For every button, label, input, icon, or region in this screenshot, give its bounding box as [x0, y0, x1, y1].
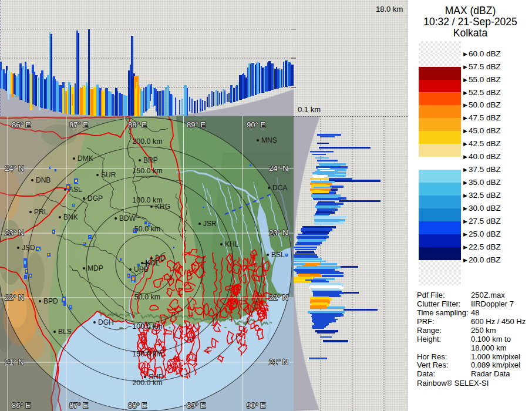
- svg-text:KRG: KRG: [155, 203, 170, 211]
- svg-text:DGP: DGP: [87, 194, 103, 203]
- svg-text:BLS: BLS: [58, 328, 72, 336]
- svg-text:86° E: 86° E: [12, 401, 31, 410]
- svg-text:100.0 km: 100.0 km: [132, 322, 162, 331]
- svg-text:MNS: MNS: [261, 136, 277, 144]
- svg-text:50.0 km: 50.0 km: [134, 225, 160, 233]
- svg-text:UPB: UPB: [134, 265, 149, 274]
- svg-text:87° E: 87° E: [69, 120, 88, 129]
- svg-text:24° N: 24° N: [5, 164, 24, 173]
- svg-text:21° N: 21° N: [5, 358, 24, 366]
- svg-text:150.0 km: 150.0 km: [132, 350, 162, 358]
- svg-text:90° E: 90° E: [247, 401, 265, 410]
- svg-text:KHL: KHL: [225, 240, 239, 248]
- svg-text:SHD: SHD: [149, 373, 164, 381]
- svg-text:PRL: PRL: [34, 208, 48, 216]
- svg-text:DGH: DGH: [98, 318, 114, 326]
- svg-text:ASL: ASL: [69, 186, 82, 194]
- svg-text:23° N: 23° N: [269, 228, 288, 237]
- svg-text:50.0 km: 50.0 km: [134, 293, 160, 301]
- svg-text:87° E: 87° E: [69, 401, 88, 410]
- svg-text:DMK: DMK: [78, 154, 93, 163]
- svg-text:MDP: MDP: [87, 264, 103, 272]
- svg-text:BPD: BPD: [43, 297, 58, 305]
- svg-text:21° N: 21° N: [269, 358, 288, 366]
- svg-text:BSL: BSL: [271, 251, 285, 259]
- svg-text:BRP: BRP: [143, 156, 158, 164]
- svg-text:JSD: JSD: [22, 244, 35, 252]
- svg-text:BNK: BNK: [63, 213, 78, 221]
- svg-text:150.0 km: 150.0 km: [132, 167, 162, 175]
- svg-text:23° N: 23° N: [5, 228, 24, 237]
- svg-text:JSR: JSR: [203, 220, 217, 228]
- svg-text:200.0 km: 200.0 km: [132, 137, 162, 146]
- svg-text:89° E: 89° E: [187, 120, 206, 129]
- svg-text:DCA: DCA: [272, 184, 287, 192]
- svg-text:88° E: 88° E: [128, 120, 147, 129]
- svg-text:SUR: SUR: [101, 171, 116, 179]
- svg-text:DNB: DNB: [36, 176, 50, 184]
- svg-text:89° E: 89° E: [187, 401, 206, 410]
- svg-text:22° N: 22° N: [5, 293, 24, 302]
- svg-text:BDW: BDW: [119, 214, 136, 223]
- svg-text:86° E: 86° E: [12, 120, 31, 129]
- svg-text:90° E: 90° E: [247, 120, 265, 129]
- svg-text:22° N: 22° N: [269, 293, 288, 302]
- svg-text:24° N: 24° N: [269, 164, 288, 173]
- svg-text:88° E: 88° E: [128, 401, 147, 410]
